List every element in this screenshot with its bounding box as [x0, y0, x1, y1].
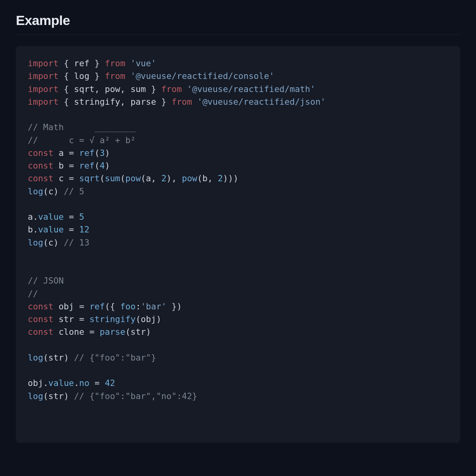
token-plain: c	[48, 238, 54, 248]
token-plain	[74, 225, 79, 234]
token-punct: (	[136, 314, 141, 324]
code-line: const a = ref(3)	[28, 148, 110, 158]
token-punct: =	[69, 148, 74, 158]
token-plain: c	[48, 186, 54, 196]
token-plain: b	[202, 173, 207, 183]
token-num: 5	[79, 212, 84, 222]
token-kw1: const	[28, 327, 54, 337]
token-kw1: const	[28, 161, 54, 171]
code-line: const str = stringify(obj)	[28, 314, 161, 324]
token-plain	[94, 327, 100, 337]
token-str: '@vueuse/reactified/math'	[187, 84, 315, 94]
token-punct: =	[69, 225, 74, 234]
token-comm: // {"foo":"bar","no":42}	[74, 391, 198, 401]
token-fn: sum	[105, 173, 120, 183]
token-punct: (	[100, 173, 105, 183]
token-plain: log	[69, 71, 95, 81]
token-prop: no	[79, 378, 89, 388]
token-plain	[125, 58, 131, 68]
token-plain	[59, 238, 64, 248]
token-plain	[74, 173, 79, 183]
token-punct: )	[156, 314, 161, 324]
token-punct: =	[69, 212, 74, 222]
token-punct: .	[33, 212, 38, 222]
token-plain: str	[54, 314, 79, 324]
token-comm: // c = √ a² + b²	[28, 135, 136, 145]
token-plain	[84, 314, 89, 324]
token-num: 12	[79, 225, 90, 234]
token-punct: )	[146, 327, 151, 337]
token-plain	[192, 97, 197, 107]
token-plain	[100, 58, 105, 68]
code-block[interactable]: import { ref } from 'vue' import { log }…	[16, 46, 460, 443]
token-fn: ref	[89, 301, 105, 311]
token-brace: }	[94, 71, 100, 81]
token-fn: ref	[79, 148, 94, 158]
token-comm: // JSON	[28, 276, 64, 286]
token-punct: =	[94, 378, 100, 388]
token-str: 'vue'	[131, 58, 156, 68]
token-prop: value	[48, 378, 74, 388]
token-kw1: import	[28, 58, 59, 68]
token-num: 4	[100, 161, 105, 171]
token-punct: =	[79, 314, 84, 324]
section-heading: Example	[16, 13, 460, 28]
token-kw1: const	[28, 148, 54, 158]
token-plain	[64, 212, 69, 222]
token-punct: (	[105, 301, 110, 311]
code-line: // JSON	[28, 276, 64, 286]
token-kw1: from	[171, 97, 192, 107]
token-num: 2	[218, 173, 223, 183]
code-line: const clone = parse(str)	[28, 327, 151, 337]
code-line: log(str) // {"foo":"bar","no":42}	[28, 391, 197, 401]
token-punct: (	[94, 148, 100, 158]
token-brace: {	[64, 97, 69, 107]
token-num: 42	[105, 378, 115, 388]
token-kw1: const	[28, 314, 54, 324]
token-fn: log	[28, 391, 43, 401]
token-punct: (	[197, 173, 202, 183]
token-comm: // Math ________	[28, 122, 136, 132]
token-fn: sqrt	[79, 173, 100, 183]
token-plain: ref	[69, 58, 95, 68]
token-plain	[84, 301, 89, 311]
token-brace: {	[110, 301, 115, 311]
token-plain	[115, 301, 120, 311]
token-plain	[59, 58, 64, 68]
token-punct: :	[136, 301, 141, 311]
token-brace: }	[172, 301, 177, 311]
token-plain	[125, 71, 131, 81]
token-plain	[59, 186, 64, 196]
token-punct: )	[105, 148, 110, 158]
token-plain	[167, 301, 172, 311]
code-line: import { stringify, parse } from '@vueus…	[28, 97, 326, 107]
token-punct: (	[120, 173, 125, 183]
token-fn: pow	[182, 173, 197, 183]
token-kw1: import	[28, 71, 59, 81]
token-brace: {	[64, 58, 69, 68]
code-line: import { sqrt, pow, sum } from '@vueuse/…	[28, 84, 315, 94]
code-line: obj.value.no = 42	[28, 378, 115, 388]
token-plain: b	[28, 225, 33, 234]
token-fn: log	[28, 353, 43, 363]
token-kw1: from	[105, 58, 125, 68]
token-plain	[182, 84, 187, 94]
token-comm: // 5	[64, 186, 84, 196]
token-comm: // {"foo":"bar"}	[74, 353, 156, 363]
code-line: // Math ________	[28, 122, 136, 132]
code-line	[28, 250, 33, 260]
token-punct: (	[141, 173, 146, 183]
token-prop: foo	[120, 301, 136, 311]
token-punct: (	[43, 238, 48, 248]
code-line: log(c) // 13	[28, 238, 89, 248]
code-line: import { ref } from 'vue'	[28, 58, 156, 68]
page-container: Example import { ref } from 'vue' import…	[0, 0, 476, 467]
token-str: 'bar'	[141, 301, 167, 311]
token-fn: stringify	[89, 314, 136, 324]
token-punct: .	[33, 225, 38, 234]
token-brace: }	[161, 97, 167, 107]
token-kw1: from	[161, 84, 182, 94]
token-plain: a	[28, 212, 33, 222]
token-plain: clone	[54, 327, 90, 337]
token-punct: )	[64, 353, 69, 363]
